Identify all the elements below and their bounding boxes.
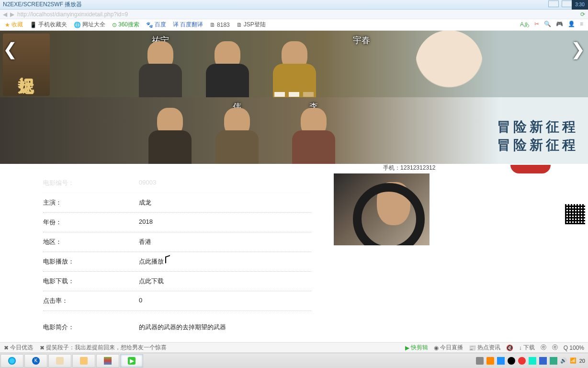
status-news[interactable]: 📰 热点资讯 [469, 344, 500, 352]
status-zoom[interactable]: Q 100% [564, 344, 584, 352]
tray-keyboard-icon[interactable] [476, 357, 484, 365]
tray-app-icon[interactable] [497, 357, 505, 365]
bookmark-baidu[interactable]: 🐾 百度 [146, 21, 166, 29]
carousel-prev-button[interactable]: ❮ [3, 39, 17, 59]
maximize-button[interactable] [562, 0, 572, 7]
taskbar-app-winrar[interactable] [96, 354, 119, 368]
status-mode1-icon[interactable]: ⓔ [541, 344, 546, 352]
bookmark-jsp[interactable]: 🗎 JSP登陆 [237, 21, 266, 29]
field-region-value: 香港 [139, 238, 151, 246]
field-synopsis-value: 的武器的武器的去掉期望的武器 [139, 323, 226, 332]
favorites-button[interactable]: ★ 收藏 [5, 21, 23, 29]
bookmark-bar: ★ 收藏 📱 手机收藏夹 🌐 网址大全 ⊙ 360搜索 🐾 百度 译 百度翻译 … [0, 19, 588, 31]
field-hits-label: 点击率： [43, 297, 139, 305]
forward-button[interactable]: ▶ [10, 11, 14, 18]
minimize-button[interactable] [548, 0, 559, 7]
field-region-label: 地区： [43, 238, 139, 246]
adventure-text: 冒险新征程 冒险新征程 [497, 118, 578, 154]
carousel-dots[interactable] [274, 92, 314, 97]
taskbar-app-kugou[interactable]: K [24, 354, 47, 368]
tray-net-icon[interactable] [529, 357, 536, 365]
taskbar-app-screen2swf[interactable]: ▶ [120, 354, 143, 368]
tray-update-icon[interactable] [550, 357, 557, 365]
download-link[interactable]: 点此下载 [139, 277, 164, 286]
field-actor-value: 成龙 [139, 198, 151, 207]
status-quickedit[interactable]: ▶ 快剪辑 [405, 344, 428, 352]
taskbar-app-browser[interactable] [0, 354, 23, 368]
ext-translate-icon[interactable]: Aあ [520, 21, 530, 29]
ext-user-icon[interactable]: 👤 [568, 21, 575, 29]
taskbar-app-explorer[interactable] [72, 354, 95, 368]
status-download[interactable]: ↓ 下载 [519, 344, 535, 352]
field-play-label: 电影播放： [43, 257, 139, 266]
ext-scissors-icon[interactable]: ✂ [534, 21, 539, 29]
ext-game-icon[interactable]: 🎮 [556, 21, 563, 29]
browser-statusbar: ✖ 今日优选 ✖ 提笑段子：我出差提前回来，想给男友一个惊喜 ▶ 快剪辑 ◉ 今… [0, 342, 588, 353]
play-link[interactable]: 点此播放 [139, 257, 164, 266]
ext-search-icon[interactable]: 🔍 [544, 21, 551, 29]
ext-menu-icon[interactable]: ≡ [580, 21, 583, 29]
window-titlebar: N2EXE/SCREEN2SWF 播放器 3:30 [0, 0, 588, 10]
phone-text: 手机：12312312312 [383, 164, 435, 172]
toolbar-extensions: Aあ ✂ 🔍 🎮 👤 ≡ [520, 21, 583, 29]
tray-shield-icon[interactable] [486, 357, 494, 365]
taskbar-app-conan[interactable] [48, 354, 71, 368]
tray-record-icon[interactable] [518, 357, 526, 365]
bookmark-translate[interactable]: 译 百度翻译 [173, 21, 203, 29]
tray-volume-icon[interactable]: 🔊 [560, 357, 567, 364]
field-hits-value: 0 [139, 297, 142, 305]
hero-carousel: 捉妖记 祐宁 宇春 ❮ ❯ 伟 李 冒险新征程 冒险新征程 [0, 31, 588, 164]
movie-detail-section: 手机：12312312312 电影编号：09003 主演：成龙 年份：2018 … [0, 164, 588, 342]
bookmark-360[interactable]: ⊙ 360搜索 [112, 21, 139, 29]
movie-thumbnail[interactable] [334, 173, 430, 245]
status-today[interactable]: ✖ 今日优选 [4, 344, 33, 352]
back-button[interactable]: ◀ [3, 11, 7, 18]
creature-icon [416, 31, 483, 97]
page-content: 捉妖记 祐宁 宇春 ❮ ❯ 伟 李 冒险新征程 冒险新征程 手机：1231231… [0, 31, 588, 342]
tray-qq-icon[interactable] [508, 357, 515, 365]
qr-code[interactable] [565, 204, 585, 224]
carousel-slide-bottom: 伟 李 冒险新征程 冒险新征程 [0, 97, 588, 164]
status-joke[interactable]: ✖ 提笑段子：我出差提前回来，想给男友一个惊喜 [40, 344, 167, 352]
bookmark-mobile[interactable]: 📱 手机收藏夹 [30, 21, 67, 29]
browser-address-bar: ◀ ▶ http://localhost/dianyingxinxidetail… [0, 10, 588, 19]
system-tray: 🔊 📶 20 [473, 357, 588, 365]
tray-monitor-icon[interactable] [539, 357, 547, 365]
tray-clock[interactable]: 20 [579, 358, 585, 364]
field-actor-label: 主演： [43, 198, 139, 207]
bookmark-sitenav[interactable]: 🌐 网址大全 [74, 21, 105, 29]
field-download-label: 电影下载： [43, 277, 139, 286]
recorder-timer: 3:30 [572, 0, 588, 10]
carousel-slide-top: 捉妖记 祐宁 宇春 ❮ ❯ [0, 31, 588, 97]
status-mode2-icon[interactable]: ⓔ [552, 344, 558, 352]
movie-detail-table: 电影编号：09003 主演：成龙 年份：2018 地区：香港 电影播放：点此播放… [43, 173, 311, 337]
carousel-next-button[interactable]: ❯ [571, 39, 585, 59]
field-year-label: 年份： [43, 218, 139, 227]
tray-wifi-icon[interactable]: 📶 [570, 357, 577, 364]
windows-taskbar: K ▶ 🔊 📶 20 [0, 353, 588, 368]
status-live[interactable]: ◉ 今日直播 [434, 344, 463, 352]
status-mute-icon[interactable]: 🔇 [506, 344, 513, 352]
url-field[interactable]: http://localhost/dianyingxinxidetail.php… [17, 11, 577, 18]
lips-decoration [510, 165, 551, 173]
bookmark-8183[interactable]: 🗎 8183 [210, 22, 230, 28]
field-year-value: 2018 [139, 218, 153, 227]
refresh-button[interactable]: ⟳ [580, 11, 585, 18]
field-synopsis-label: 电影简介： [43, 323, 139, 332]
window-title: N2EXE/SCREEN2SWF 播放器 [3, 0, 82, 9]
